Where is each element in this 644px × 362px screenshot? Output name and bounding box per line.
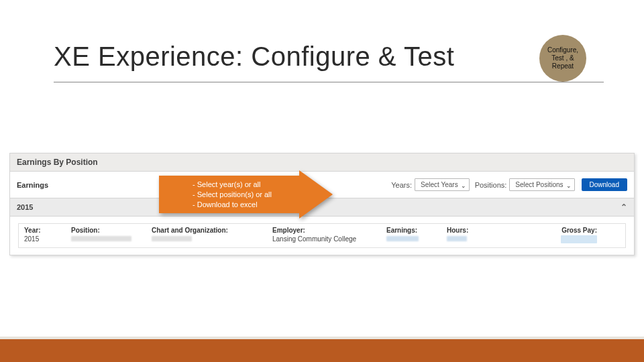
- col-gross: Gross Pay:: [523, 227, 624, 235]
- col-chart: Chart and Organization:: [148, 227, 268, 235]
- earnings-label: Earnings: [17, 181, 164, 189]
- cell-hours: [443, 235, 523, 245]
- cell-year: 2015: [20, 235, 67, 245]
- slide: XE Experience: Configure & Test Configur…: [0, 0, 644, 362]
- cell-position: [67, 235, 148, 245]
- cell-chart: [148, 235, 268, 245]
- page-title: XE Experience: Configure & Test: [54, 42, 454, 72]
- positions-select[interactable]: Select Positions ⌄: [509, 178, 574, 191]
- redacted: [386, 236, 419, 241]
- year-group-label: 2015: [17, 203, 33, 211]
- col-hours: Hours:: [443, 227, 523, 235]
- col-employer: Employer:: [268, 227, 382, 235]
- detail-section: Year: Position: Chart and Organization: …: [10, 217, 634, 255]
- header-row: Year: Position: Chart and Organization: …: [20, 227, 624, 235]
- positions-label: Positions:: [475, 181, 507, 189]
- table-row: 2015 Lansing Community College: [20, 235, 624, 245]
- callout-arrow: Select year(s) or all Select position(s)…: [159, 170, 354, 219]
- col-year: Year:: [20, 227, 67, 235]
- redacted: [561, 235, 597, 243]
- cell-earnings: [382, 235, 443, 245]
- years-label: Years:: [391, 181, 412, 189]
- cell-gross: [523, 235, 624, 245]
- title-underline: [54, 82, 604, 82]
- redacted: [152, 236, 192, 241]
- years-select[interactable]: Select Years ⌄: [415, 178, 470, 191]
- panel-header: Earnings By Position: [10, 154, 634, 172]
- cell-employer: Lansing Community College: [268, 235, 382, 245]
- callout-text: Select year(s) or all Select position(s)…: [193, 180, 272, 210]
- col-earnings: Earnings:: [382, 227, 443, 235]
- chevron-up-icon: ⌃: [621, 202, 627, 212]
- badge-text: Configure, Test , & Repeat: [547, 46, 578, 70]
- stage-badge: Configure, Test , & Repeat: [539, 35, 586, 82]
- redacted: [447, 236, 467, 241]
- col-position: Position:: [67, 227, 148, 235]
- redacted: [71, 236, 131, 241]
- download-button[interactable]: Download: [582, 178, 627, 191]
- footer-bar: [0, 339, 644, 362]
- chevron-down-icon: ⌄: [461, 182, 466, 189]
- detail-table: Year: Position: Chart and Organization: …: [18, 223, 626, 248]
- title-row: XE Experience: Configure & Test: [54, 42, 590, 72]
- chevron-down-icon: ⌄: [566, 182, 572, 189]
- arrow-head-icon: [299, 170, 333, 219]
